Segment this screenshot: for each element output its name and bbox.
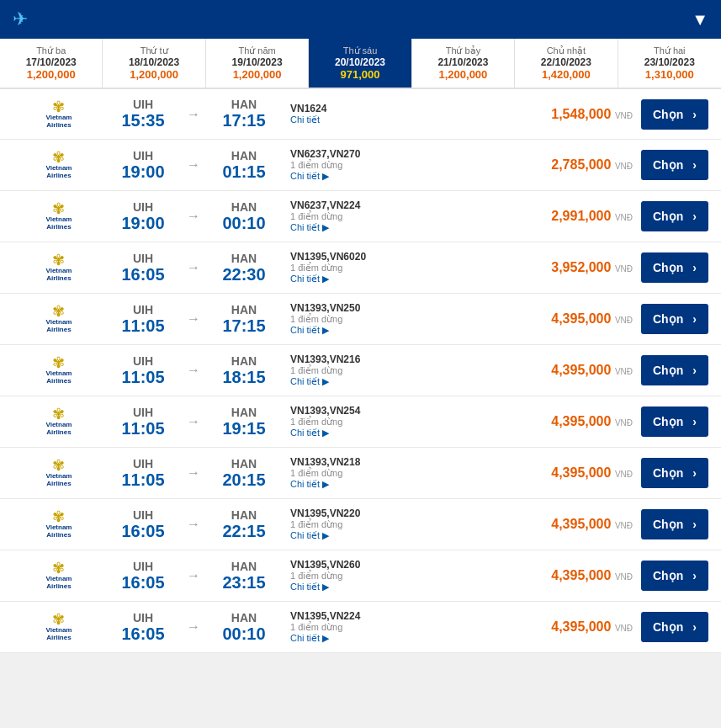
route-arrow-icon: → (181, 568, 206, 583)
arrival-col: HAN 01:15 (206, 149, 282, 182)
airline-logo: ✾ VietnamAirlines (46, 150, 72, 180)
currency-label: VNĐ (615, 316, 633, 325)
expand-icon[interactable]: ▼ (692, 10, 708, 29)
day-of-week: Thứ sáu (312, 45, 407, 56)
date-cell-3[interactable]: Thứ sáu 20/10/2023 971,000 (309, 39, 411, 88)
chon-button[interactable]: Chọn › (641, 201, 708, 231)
chi-tiet-link[interactable]: Chi tiết ▶ (290, 171, 329, 181)
date-cell-6[interactable]: Thứ hai 23/10/2023 1,310,000 (618, 39, 721, 88)
stop-count: 1 điểm dừng (290, 417, 515, 428)
flight-row-4: ✾ VietnamAirlines UIH 11:05 → HAN 17:15 … (0, 294, 721, 345)
arr-airport-code: HAN (206, 98, 282, 111)
arr-airport-code: HAN (206, 149, 282, 162)
chon-button[interactable]: Chọn › (641, 355, 708, 385)
chon-arrow-icon: › (692, 158, 697, 172)
chi-tiet-link[interactable]: Chi tiết ▶ (290, 274, 329, 284)
dep-airport-code: UIH (105, 200, 181, 214)
chon-label: Chọn (653, 108, 683, 121)
date-cell-1[interactable]: Thứ tư 18/10/2023 1,200,000 (103, 39, 205, 88)
select-col: Chọn › (633, 509, 708, 539)
dep-airport-code: UIH (105, 98, 181, 111)
price-col: 4,395,000 VNĐ (523, 414, 633, 429)
airline-wings-icon: ✾ (52, 99, 65, 114)
day-of-week: Thứ bảy (416, 45, 511, 56)
airline-name: VietnamAirlines (46, 370, 72, 385)
flight-info-col: VN1395,VN224 1 điểm dừngChi tiết ▶ (282, 610, 523, 644)
flight-info-col: VN6237,VN270 1 điểm dừngChi tiết ▶ (282, 148, 523, 182)
chon-button[interactable]: Chọn › (641, 509, 708, 539)
select-col: Chọn › (633, 99, 708, 130)
date-cell-5[interactable]: Chủ nhật 22/10/2023 1,420,000 (515, 39, 618, 88)
airline-name: VietnamAirlines (46, 165, 72, 180)
airline-name: VietnamAirlines (46, 576, 72, 591)
select-col: Chọn › (633, 612, 708, 642)
chi-tiet-link[interactable]: Chi tiết (290, 114, 320, 125)
flight-number: VN1393,VN218 (290, 456, 515, 468)
arrival-col: HAN 00:10 (206, 200, 282, 233)
date-value: 18/10/2023 (106, 56, 201, 68)
chon-button[interactable]: Chọn › (641, 150, 708, 180)
dep-time: 11:05 (105, 316, 181, 336)
chi-tiet-link[interactable]: Chi tiết ▶ (290, 428, 329, 438)
flight-price: 4,395,000 (551, 363, 611, 377)
chon-label: Chọn (653, 569, 683, 582)
route-arrow-icon: → (181, 465, 206, 481)
stop-count: 1 điểm dừng (290, 622, 515, 633)
dep-time: 11:05 (105, 470, 181, 490)
day-of-week: Thứ năm (209, 45, 305, 56)
currency-label: VNĐ (615, 624, 633, 633)
date-cell-2[interactable]: Thứ năm 19/10/2023 1,200,000 (206, 39, 309, 88)
chi-tiet-link[interactable]: Chi tiết ▶ (290, 222, 329, 232)
date-cell-4[interactable]: Thứ bảy 21/10/2023 1,200,000 (412, 39, 515, 88)
chi-tiet-link[interactable]: Chi tiết ▶ (290, 376, 329, 386)
stop-count: 1 điểm dừng (290, 468, 515, 479)
arr-airport-code: HAN (206, 200, 282, 214)
airline-name: VietnamAirlines (46, 422, 72, 437)
airline-wings-icon: ✾ (52, 201, 65, 216)
airline-name: VietnamAirlines (46, 319, 72, 334)
price-col: 4,395,000 VNĐ (523, 517, 633, 532)
airline-name: VietnamAirlines (46, 216, 72, 231)
route-arrow-icon: → (181, 619, 206, 635)
airline-wings-icon: ✾ (52, 458, 65, 473)
airline-wings-icon: ✾ (52, 355, 65, 370)
date-value: 21/10/2023 (416, 56, 511, 68)
chi-tiet-link[interactable]: Chi tiết ▶ (290, 582, 329, 592)
route-arrow-icon: → (181, 414, 206, 429)
chon-button[interactable]: Chọn › (641, 561, 708, 591)
chon-button[interactable]: Chọn › (641, 458, 708, 488)
airline-wings-icon: ✾ (52, 252, 65, 268)
currency-label: VNĐ (615, 111, 633, 120)
airline-wings-icon: ✾ (52, 407, 65, 422)
chon-button[interactable]: Chọn › (641, 407, 708, 437)
date-value: 20/10/2023 (312, 56, 407, 68)
chon-button[interactable]: Chọn › (641, 252, 708, 283)
chon-button[interactable]: Chọn › (641, 304, 708, 334)
airline-wings-icon: ✾ (52, 561, 65, 576)
flight-info-col: VN1395,VN260 1 điểm dừngChi tiết ▶ (282, 559, 523, 592)
airline-name: VietnamAirlines (46, 627, 72, 642)
currency-label: VNĐ (615, 264, 633, 274)
plane-icon: ✈ (13, 8, 28, 30)
chi-tiet-link[interactable]: Chi tiết ▶ (290, 479, 329, 489)
day-of-week: Thứ hai (622, 45, 718, 56)
airline-logo: ✾ VietnamAirlines (46, 252, 72, 283)
chi-tiet-link[interactable]: Chi tiết ▶ (290, 633, 329, 643)
arr-time: 00:10 (206, 214, 282, 233)
date-cell-0[interactable]: Thứ ba 17/10/2023 1,200,000 (0, 39, 103, 88)
departure-col: UIH 11:05 (105, 354, 181, 387)
flight-number: VN1624 (290, 103, 515, 114)
dep-time: 11:05 (105, 368, 181, 387)
chon-button[interactable]: Chọn › (641, 612, 708, 642)
airline-col: ✾ VietnamAirlines (13, 355, 105, 385)
route-arrow-icon: → (181, 311, 206, 327)
header-left: ✈ (13, 8, 36, 30)
arr-time: 20:15 (206, 470, 282, 490)
arr-time: 22:15 (206, 522, 282, 541)
chi-tiet-link[interactable]: Chi tiết ▶ (290, 530, 329, 540)
chon-label: Chọn (653, 158, 683, 172)
date-price: 1,310,000 (622, 68, 718, 81)
flight-row-2: ✾ VietnamAirlines UIH 19:00 → HAN 00:10 … (0, 191, 721, 242)
chon-button[interactable]: Chọn › (641, 99, 708, 130)
chi-tiet-link[interactable]: Chi tiết ▶ (290, 325, 329, 335)
